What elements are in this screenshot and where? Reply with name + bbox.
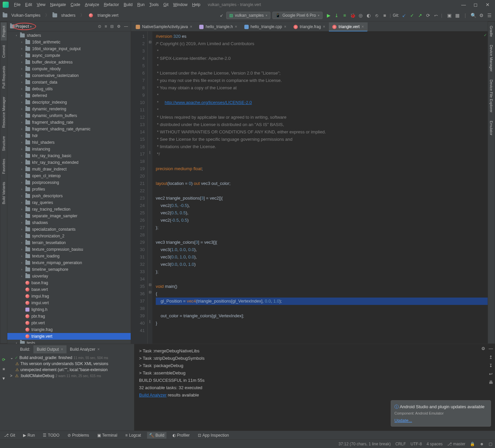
editor-tab[interactable]: hello_triangle.cpp× bbox=[241, 22, 290, 31]
notifications-button[interactable]: ☰ bbox=[486, 12, 492, 18]
settings-button[interactable]: ⚙ bbox=[478, 12, 484, 18]
menu-navigate[interactable]: Navigate bbox=[48, 1, 68, 8]
menu-help[interactable]: Help bbox=[190, 1, 203, 8]
tool-window-run[interactable]: ▶Run bbox=[21, 432, 37, 439]
tree-item[interactable]: ›push_descriptors bbox=[7, 193, 131, 199]
hide-panel-button[interactable]: — bbox=[124, 24, 128, 29]
tree-item[interactable]: ›hlsl_shaders bbox=[7, 139, 131, 146]
panel-settings-button[interactable]: ⚙ bbox=[117, 24, 121, 29]
side-tab-project[interactable]: Project bbox=[1, 22, 7, 40]
tree-item[interactable]: ›instancing bbox=[7, 146, 131, 152]
tree-item[interactable]: triangle.vert bbox=[7, 333, 131, 340]
side-tab-device-file-explorer[interactable]: Device File Explorer bbox=[488, 76, 494, 116]
build-output[interactable]: ⚙ — ↥ ↧ ↩ 🖶 > Task :mergeDebugNativeLibs… bbox=[134, 344, 495, 431]
search-button[interactable]: 🔍 bbox=[470, 12, 476, 18]
project-view-selector[interactable]: Project ▾ bbox=[15, 24, 32, 29]
panel-settings-icon[interactable]: ⚙ bbox=[481, 346, 485, 351]
tree-item[interactable]: ›debug_utils bbox=[7, 86, 131, 92]
run-config-dropdown[interactable]: ▤vulkan_samples▾ bbox=[226, 12, 270, 19]
scroll-end-icon[interactable]: ↧ bbox=[489, 363, 493, 368]
indent[interactable]: 4 spaces bbox=[426, 442, 443, 446]
sdk-button[interactable]: ▦ bbox=[454, 12, 460, 18]
tree-item[interactable]: base.frag bbox=[7, 279, 131, 286]
tree-item[interactable]: ›constant_data bbox=[7, 79, 131, 86]
avd-button[interactable]: ▣ bbox=[446, 12, 452, 18]
side-tab-structure[interactable]: Structure bbox=[1, 133, 7, 154]
sync-button[interactable]: ↙ bbox=[220, 13, 223, 18]
menu-window[interactable]: Window bbox=[171, 1, 190, 8]
tree-item[interactable]: ›fragment_shading_rate_dynamic bbox=[7, 126, 131, 132]
tree-item[interactable]: lighting.h bbox=[7, 306, 131, 313]
tree-item[interactable]: ›separate_image_sampler bbox=[7, 213, 131, 219]
build-output-tab[interactable]: Build Output× bbox=[33, 345, 67, 353]
tool-window-logcat[interactable]: ≡Logcat bbox=[123, 432, 143, 439]
tree-item[interactable]: ›timeline_semaphore bbox=[7, 266, 131, 273]
side-tab-resource-manager[interactable]: Resource Manager bbox=[1, 93, 7, 131]
tree-item[interactable]: ›postprocessing bbox=[7, 179, 131, 186]
menu-run[interactable]: Run bbox=[135, 1, 147, 8]
tree-item[interactable]: base.vert bbox=[7, 286, 131, 293]
tree-item[interactable]: ›multi_draw_indirect bbox=[7, 166, 131, 173]
tree-item[interactable]: ›fragment_shading_rate bbox=[7, 119, 131, 126]
tool-window-problems[interactable]: ⊘Problems bbox=[66, 432, 91, 439]
tree-item[interactable]: ›shaders bbox=[7, 32, 131, 39]
editor-tab[interactable]: triangle.vert× bbox=[329, 22, 368, 31]
side-tab-emulator[interactable]: Emulator bbox=[488, 117, 494, 139]
menu-tools[interactable]: Tools bbox=[147, 1, 161, 8]
tree-item[interactable]: ›dynamic_uniform_buffers bbox=[7, 112, 131, 119]
tree-item[interactable]: ›texture_mipmap_generation bbox=[7, 259, 131, 266]
tree-item[interactable]: ›texture_compression_basisu bbox=[7, 246, 131, 253]
apply-changes-button[interactable]: ⤓ bbox=[334, 12, 340, 18]
apply-code-button[interactable]: ≡ bbox=[342, 12, 348, 18]
rerun-button[interactable]: ⟳ bbox=[2, 357, 5, 362]
tree-item[interactable]: ›khr_ray_tracing_basic bbox=[7, 152, 131, 159]
side-tab-commit[interactable]: Commit bbox=[1, 42, 7, 61]
line-separator[interactable]: CRLF bbox=[395, 442, 406, 446]
git-branch[interactable]: ⎇ master bbox=[447, 442, 465, 446]
tree-item[interactable]: pbr.frag bbox=[7, 313, 131, 320]
tool-window-terminal[interactable]: ▣Terminal bbox=[95, 432, 119, 439]
project-tree[interactable]: ›shaders›16bit_arithmetic›16bit_storage_… bbox=[7, 31, 131, 344]
menu-edit[interactable]: Edit bbox=[23, 1, 34, 8]
tree-item[interactable]: ›open_cl_interop bbox=[7, 173, 131, 179]
filter-button[interactable]: ▼ bbox=[2, 376, 6, 381]
menu-git[interactable]: Git bbox=[161, 1, 170, 8]
tree-item[interactable]: ›profiles bbox=[7, 186, 131, 193]
print-icon[interactable]: 🖶 bbox=[489, 380, 493, 385]
side-tab-gradle[interactable]: Gradle bbox=[488, 22, 494, 40]
menu-code[interactable]: Code bbox=[69, 1, 82, 8]
coverage-button[interactable]: ◎ bbox=[358, 12, 364, 18]
maximize-button[interactable]: ◻ bbox=[471, 2, 480, 7]
git-update-button[interactable]: ↙ bbox=[401, 12, 407, 18]
stop-button[interactable]: ■ bbox=[382, 12, 388, 18]
soft-wrap-icon[interactable]: ↩ bbox=[489, 371, 493, 376]
tree-item[interactable]: ›shadows bbox=[7, 219, 131, 226]
side-tab-favorites[interactable]: Favorites bbox=[1, 155, 7, 177]
tree-item[interactable]: ›texture_loading bbox=[7, 253, 131, 259]
tree-item[interactable]: ›hdr bbox=[7, 132, 131, 139]
tree-item[interactable]: ›16bit_storage_input_output bbox=[7, 45, 131, 52]
profile-button[interactable]: ◐ bbox=[366, 12, 372, 18]
git-push-button[interactable]: ↗ bbox=[417, 12, 423, 18]
editor-tab[interactable]: NativeSampleActivity.java× bbox=[132, 22, 196, 31]
git-rollback-button[interactable]: ⤺ bbox=[433, 12, 439, 18]
tree-item[interactable]: imgui.vert bbox=[7, 300, 131, 306]
tree-item[interactable]: ›tests bbox=[7, 340, 131, 344]
encoding[interactable]: UTF-8 bbox=[410, 442, 422, 446]
git-commit-button[interactable]: ✓ bbox=[409, 12, 415, 18]
tree-item[interactable]: ›descriptor_indexing bbox=[7, 99, 131, 106]
fold-gutter[interactable]: ⊟⌊⊟⊟⌊ bbox=[148, 31, 152, 344]
tree-item[interactable]: ›buffer_device_address bbox=[7, 59, 131, 66]
menu-build[interactable]: Build bbox=[122, 1, 135, 8]
menu-analyze[interactable]: Analyze bbox=[83, 1, 101, 8]
editor-tab[interactable]: triangle.frag× bbox=[290, 22, 329, 31]
tree-item[interactable]: triangle.frag bbox=[7, 326, 131, 333]
close-button[interactable]: ✕ bbox=[483, 2, 492, 7]
panel-hide-icon[interactable]: — bbox=[489, 346, 493, 351]
side-tab-build-variants[interactable]: Build Variants bbox=[1, 179, 7, 208]
minimize-button[interactable]: — bbox=[459, 2, 468, 7]
tree-item[interactable]: ›dynamic_rendering bbox=[7, 106, 131, 112]
memory-icon[interactable]: ▢ bbox=[489, 442, 492, 446]
run-button[interactable]: ▶ bbox=[326, 12, 332, 18]
tool-window-app-inspection[interactable]: ⊡App Inspection bbox=[196, 432, 231, 439]
